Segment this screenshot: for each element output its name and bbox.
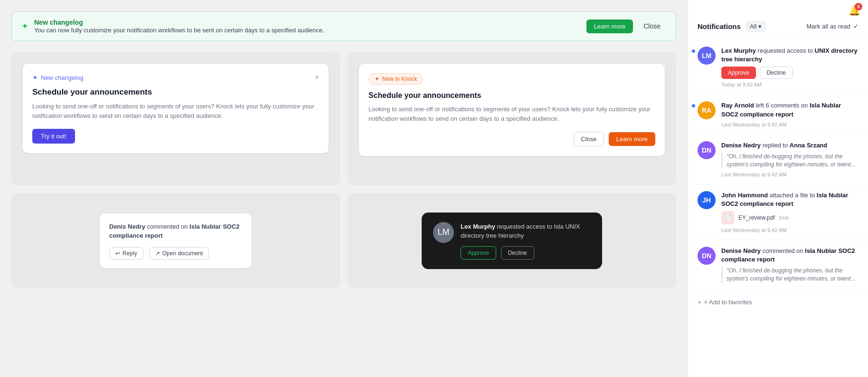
- banner-text: New changelog You can now fully customiz…: [34, 19, 581, 34]
- add-to-favorites-button[interactable]: + + Add to favorites: [688, 293, 868, 311]
- card-wrapper-2: ✦ New in Knock Schedule your announcemen…: [348, 52, 676, 185]
- mark-all-read-button[interactable]: Mark all as read ✓: [807, 23, 859, 30]
- notif-body-2: Ray Arnold left 6 comments on Isla Nubla…: [721, 101, 859, 127]
- banner-desc: You can now fully customize your notific…: [34, 27, 581, 34]
- notif-avatar-denise2: DN: [698, 247, 716, 265]
- notif-text-3: Denise Nedry replied to Anna Srzand: [721, 141, 859, 150]
- card1-header: ✦ New changelog ×: [32, 73, 319, 82]
- card2-title: Schedule your announcements: [368, 91, 655, 100]
- banner-title: New changelog: [34, 19, 581, 26]
- file-size-4: 2mb: [779, 215, 789, 221]
- banner-close-button[interactable]: Close: [638, 19, 666, 33]
- comment-card-wrapper: Denis Nedry commented on Isla Nublar SOC…: [11, 193, 340, 288]
- dark-approve-button[interactable]: Approve: [461, 246, 496, 260]
- notif-avatar-ray: RA: [698, 101, 716, 119]
- sparkle-icon: ✦: [21, 21, 28, 31]
- card1-try-button[interactable]: Try it out!: [32, 129, 75, 144]
- card2-learn-more-button[interactable]: Learn more: [609, 132, 655, 146]
- notification-item: DN Denise Nedry replied to Anna Srzand "…: [688, 135, 868, 184]
- notif-avatar-denise: DN: [698, 141, 716, 159]
- card-grid: ✦ New changelog × Schedule your announce…: [11, 52, 676, 288]
- notif-name-5: Denise Nedry: [721, 247, 761, 254]
- reply-button[interactable]: ↩ Reply: [109, 247, 143, 260]
- dark-decline-button[interactable]: Decline: [501, 246, 534, 260]
- dark-card-actions: Approve Decline: [461, 246, 591, 260]
- dark-card-content: Lex Murphy requested access to Isla UNIX…: [461, 222, 591, 260]
- file-name-4: EY_review.pdf: [738, 214, 775, 221]
- badge-icon: ✦: [375, 76, 379, 82]
- dark-card-name: Lex Murphy: [461, 223, 495, 230]
- sparkle-icon-card1: ✦: [32, 74, 38, 81]
- notifications-header: 🔔 5 Notifications All ▾ Mark all as read…: [688, 0, 868, 40]
- card1-tag: ✦ New changelog: [32, 74, 84, 81]
- card2-actions: Close Learn more: [368, 132, 655, 146]
- notifications-list: LM Lex Murphy requested access to UNIX d…: [688, 40, 868, 293]
- dark-avatar-initials: LM: [437, 227, 449, 237]
- notif-avatar-john: JH: [698, 191, 716, 209]
- open-doc-label: Open document: [162, 250, 203, 257]
- announcement-card-2: ✦ New in Knock Schedule your announcemen…: [359, 64, 665, 156]
- knock-badge: ✦ New in Knock: [368, 73, 423, 85]
- notif-body-4: John Hammond attached a file to Isla Nub…: [721, 191, 859, 233]
- notif-time-2: Last Wednesday at 9:42 AM: [721, 122, 859, 127]
- card1-desc: Looking to send one-off or notifications…: [32, 102, 319, 120]
- approve-button-1[interactable]: Approve: [721, 67, 756, 79]
- comment-action: commented on: [145, 223, 189, 230]
- chevron-down-icon: ▾: [758, 23, 762, 30]
- open-doc-icon: ↗: [155, 250, 160, 257]
- card1-tag-label: New changelog: [41, 74, 84, 81]
- dark-card-avatar: LM: [433, 222, 454, 243]
- decline-button-1[interactable]: Decline: [760, 67, 793, 79]
- notif-text-1: Lex Murphy requested access to UNIX dire…: [721, 47, 859, 64]
- changelog-banner: ✦ New changelog You can now fully custom…: [11, 11, 676, 41]
- banner-actions: Learn more Close: [586, 19, 666, 33]
- pdf-icon: 📄: [721, 211, 735, 224]
- mark-read-label: Mark all as read: [807, 23, 850, 30]
- notif-file-4: 📄 EY_review.pdf 2mb: [721, 211, 859, 224]
- notification-item: DN Denise Nedry commented on Isla Nublar…: [688, 240, 868, 293]
- reply-icon: ↩: [115, 250, 120, 257]
- notification-count-badge: 5: [855, 3, 862, 10]
- badge-label: New in Knock: [382, 76, 417, 82]
- notif-text-2: Ray Arnold left 6 comments on Isla Nubla…: [721, 101, 859, 118]
- notif-text-5: Denise Nedry commented on Isla Nublar SO…: [721, 247, 859, 264]
- notification-bell[interactable]: 🔔 5: [849, 5, 860, 16]
- notif-body-5: Denise Nedry commented on Isla Nublar SO…: [721, 247, 859, 286]
- bell-container: 🔔 5: [849, 5, 860, 16]
- notif-text-4: John Hammond attached a file to Isla Nub…: [721, 191, 859, 208]
- notif-name-1: Lex Murphy: [721, 47, 756, 54]
- notifications-panel: 🔔 5 Notifications All ▾ Mark all as read…: [688, 0, 868, 377]
- commenter-name: Denis Nedry: [109, 223, 145, 230]
- card1-close-button[interactable]: ×: [315, 73, 319, 82]
- notif-time-4: Last Wednesday at 9:42 AM: [721, 227, 859, 233]
- notification-item: JH John Hammond attached a file to Isla …: [688, 184, 868, 240]
- dark-card-text: Lex Murphy requested access to Isla UNIX…: [461, 222, 591, 241]
- dark-card-wrapper: LM Lex Murphy requested access to Isla U…: [348, 193, 676, 288]
- notif-name-2: Ray Arnold: [721, 102, 754, 109]
- comment-card: Denis Nedry commented on Isla Nublar SOC…: [100, 213, 252, 268]
- announcement-card-1: ✦ New changelog × Schedule your announce…: [23, 64, 329, 153]
- plus-icon: +: [698, 299, 701, 306]
- notif-quote-3: "Oh, I finished de-bugging the phones, b…: [721, 153, 859, 169]
- notif-avatar-lex: LM: [698, 47, 716, 65]
- open-document-button[interactable]: ↗ Open document: [149, 247, 209, 260]
- notif-header-left: Notifications All ▾: [698, 21, 766, 32]
- add-favorites-label: + Add to favorites: [704, 299, 752, 306]
- notif-body-1: Lex Murphy requested access to UNIX dire…: [721, 47, 859, 87]
- notif-name-4: John Hammond: [721, 192, 768, 199]
- notifications-filter-dropdown[interactable]: All ▾: [745, 21, 766, 32]
- notif-subject-3: Anna Srzand: [790, 142, 827, 149]
- card-wrapper-1: ✦ New changelog × Schedule your announce…: [11, 52, 340, 185]
- comment-card-actions: ↩ Reply ↗ Open document: [109, 247, 242, 260]
- card2-close-button[interactable]: Close: [574, 132, 604, 146]
- notification-item: RA Ray Arnold left 6 comments on Isla Nu…: [688, 95, 868, 134]
- notif-quote-5: "Oh, I finished de-bugging the phones, b…: [721, 267, 859, 283]
- notif-time-3: Last Wednesday at 9:42 AM: [721, 172, 859, 177]
- notif-time-1: Today at 9:42 AM: [721, 82, 859, 87]
- comment-card-text: Denis Nedry commented on Isla Nublar SOC…: [109, 222, 242, 241]
- card2-desc: Looking to send one-off or notifications…: [368, 105, 655, 123]
- notif-name-3: Denise Nedry: [721, 142, 761, 149]
- notif-body-3: Denise Nedry replied to Anna Srzand "Oh,…: [721, 141, 859, 177]
- banner-learn-more-button[interactable]: Learn more: [586, 19, 633, 33]
- notif-actions-1: Approve Decline: [721, 67, 859, 79]
